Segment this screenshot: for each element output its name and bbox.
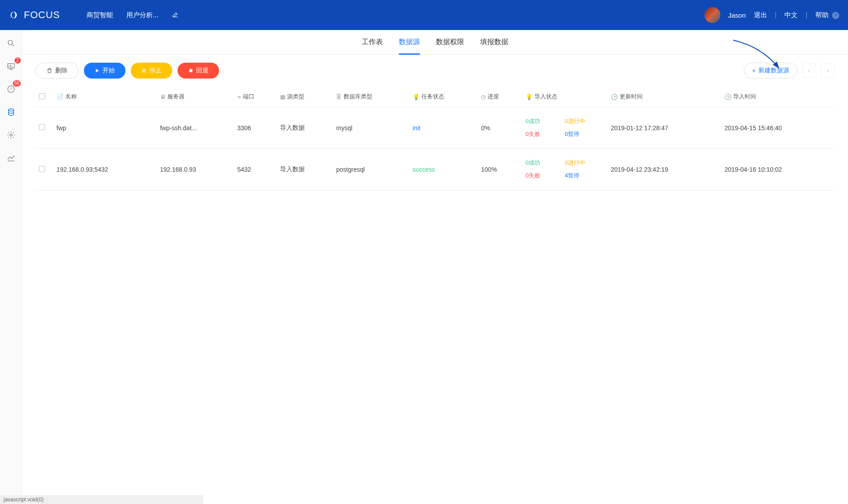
svg-rect-2 xyxy=(8,64,14,68)
clock-icon: 🕒 xyxy=(611,94,618,100)
cell-import-status: 0成功0进行中0失败0暂停 xyxy=(522,107,607,149)
tab-permission[interactable]: 数据权限 xyxy=(436,30,464,55)
table-row[interactable]: fwpfwp-ssh.dat...3306导入数据mysqlinit0%0成功0… xyxy=(35,107,835,149)
plus-icon: + xyxy=(752,67,756,74)
chevron-right-icon xyxy=(825,68,830,73)
svg-rect-14 xyxy=(144,69,145,72)
cell-server: fwp-ssh.dat... xyxy=(156,107,234,149)
logo[interactable]: FOCUS xyxy=(9,9,60,21)
link-icon: ∝ xyxy=(237,94,241,100)
cell-update-time: 2019-01-12 17:28:47 xyxy=(607,107,721,149)
cell-import-time: 2019-04-15 15:46:40 xyxy=(721,107,835,149)
table-header-row: 📄名称 🖥服务器 ∝端口 ▦源类型 🗄数据库类型 💡任务状态 ◷进度 💡导入状态… xyxy=(35,87,835,107)
datasource-table: 📄名称 🖥服务器 ∝端口 ▦源类型 🗄数据库类型 💡任务状态 ◷进度 💡导入状态… xyxy=(35,87,835,191)
tab-report[interactable]: 填报数据 xyxy=(480,30,508,55)
cell-import-status: 0成功0进行中0失败4暂停 xyxy=(522,149,607,190)
main: 工作表 数据源 数据权限 填报数据 删除 开始 停止 回退 + xyxy=(22,30,848,191)
col-progress: 进度 xyxy=(488,93,499,100)
select-all-checkbox[interactable] xyxy=(39,93,45,99)
chevron-left-icon xyxy=(807,68,811,73)
svg-point-11 xyxy=(10,134,12,136)
cell-progress: 100% xyxy=(477,149,522,190)
play-icon xyxy=(95,68,100,73)
delete-label: 删除 xyxy=(55,67,68,75)
rollback-button[interactable]: 回退 xyxy=(178,63,219,79)
row-checkbox[interactable] xyxy=(39,166,45,172)
tab-worksheet[interactable]: 工作表 xyxy=(362,30,383,55)
cell-source-type: 导入数据 xyxy=(276,107,333,149)
edit-icon[interactable] xyxy=(172,11,179,19)
col-name: 名称 xyxy=(65,93,77,100)
col-import-time: 导入时间 xyxy=(733,93,756,100)
start-label: 开始 xyxy=(102,67,115,75)
cell-port: 5432 xyxy=(234,149,276,190)
nav-business[interactable]: 商贸智能 xyxy=(87,11,113,19)
app-name: FOCUS xyxy=(24,9,60,21)
logout-link[interactable]: 退出 xyxy=(754,11,767,19)
cell-db-type: postgresql xyxy=(333,149,409,190)
help-question-icon: ? xyxy=(832,12,839,19)
col-db-type: 数据库类型 xyxy=(344,93,372,100)
cell-name: fwp xyxy=(53,107,156,149)
app-header: FOCUS 商贸智能 用户分析... Jason 退出 | 中文 | 帮助 ? xyxy=(0,0,848,30)
row-checkbox[interactable] xyxy=(39,124,45,130)
table-row[interactable]: 192.168.0.93;5432192.168.0.935432导入数据pos… xyxy=(35,149,835,190)
stop-button[interactable]: 停止 xyxy=(131,63,172,79)
nav-user-analysis[interactable]: 用户分析... xyxy=(126,11,159,19)
col-import-status: 导入状态 xyxy=(534,93,557,100)
delete-button[interactable]: 删除 xyxy=(35,63,79,79)
cell-task-status: init xyxy=(409,107,477,149)
gauge-icon: ◷ xyxy=(481,94,486,100)
database-icon[interactable] xyxy=(6,107,16,117)
svg-rect-15 xyxy=(189,69,193,72)
help-label: 帮助 xyxy=(815,11,829,19)
prev-page-button[interactable] xyxy=(802,64,816,78)
cell-server: 192.168.0.93 xyxy=(156,149,234,190)
svg-line-1 xyxy=(12,45,14,46)
header-right: Jason 退出 | 中文 | 帮助 ? xyxy=(704,7,839,23)
next-page-button[interactable] xyxy=(821,64,835,78)
cell-name: 192.168.0.93;5432 xyxy=(53,149,156,190)
rollback-label: 回退 xyxy=(196,67,208,75)
grid-icon: ▦ xyxy=(280,94,285,100)
col-update-time: 更新时间 xyxy=(620,93,643,100)
sidebar: 2 ? 56 xyxy=(0,30,22,191)
cell-progress: 0% xyxy=(477,107,522,149)
pause-icon xyxy=(141,68,147,73)
col-server: 服务器 xyxy=(167,93,185,100)
cell-task-status: success xyxy=(409,149,477,190)
col-source-type: 源类型 xyxy=(287,93,304,100)
col-task-status: 任务状态 xyxy=(421,93,444,100)
cell-update-time: 2019-04-12 23:42:19 xyxy=(607,149,721,190)
user-name[interactable]: Jason xyxy=(728,11,746,19)
clock-icon: 🕒 xyxy=(724,94,731,100)
help-link[interactable]: 帮助 ? xyxy=(815,11,839,19)
chart-icon[interactable] xyxy=(6,153,16,163)
tab-datasource[interactable]: 数据源 xyxy=(399,30,420,55)
language-link[interactable]: 中文 xyxy=(784,11,798,19)
dashboard-icon[interactable]: 2 xyxy=(6,61,16,71)
bulb-icon: 💡 xyxy=(526,94,533,100)
bulb-icon: 💡 xyxy=(413,94,420,100)
new-datasource-label: 新建数据源 xyxy=(758,67,789,75)
start-button[interactable]: 开始 xyxy=(84,63,125,79)
toolbar-right: + 新建数据源 xyxy=(744,63,835,79)
db-icon: 🗄 xyxy=(336,94,342,100)
top-nav: 商贸智能 用户分析... xyxy=(87,11,179,19)
badge: 2 xyxy=(15,57,21,64)
cell-port: 3306 xyxy=(234,107,276,149)
settings-icon[interactable] xyxy=(6,130,16,140)
stop-square-icon xyxy=(188,68,193,73)
badge: 56 xyxy=(13,80,20,87)
stop-label: 停止 xyxy=(149,67,162,75)
moon-logo-icon xyxy=(9,10,19,20)
svg-point-0 xyxy=(8,40,12,45)
avatar[interactable] xyxy=(704,7,720,23)
svg-text:?: ? xyxy=(10,87,12,91)
tabs: 工作表 数据源 数据权限 填报数据 xyxy=(22,30,848,55)
divider: | xyxy=(806,11,807,19)
help-center-icon[interactable]: ? 56 xyxy=(6,84,16,94)
search-icon[interactable] xyxy=(6,38,16,49)
cell-db-type: mysql xyxy=(333,107,409,149)
new-datasource-button[interactable]: + 新建数据源 xyxy=(744,63,798,79)
